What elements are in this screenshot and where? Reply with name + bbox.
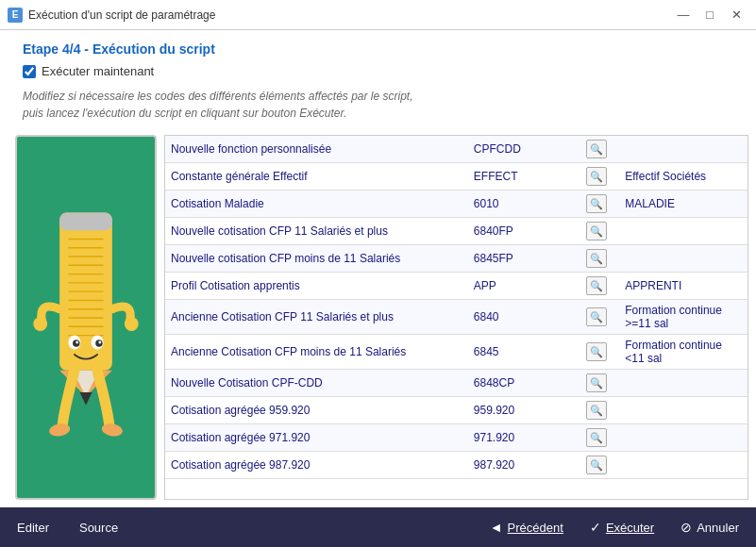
search-button[interactable]: 🔍 [586, 167, 607, 186]
row-code: 6848CP [468, 370, 573, 397]
table-row: Cotisation agrégée 971.920971.920🔍 [165, 424, 748, 452]
svg-rect-1 [59, 212, 112, 230]
svg-point-24 [125, 317, 139, 331]
table-row: Nouvelle fonction personnaliséeCPFCDD🔍 [165, 136, 748, 163]
content-area: Nouvelle fonction personnaliséeCPFCDD🔍Co… [0, 135, 756, 507]
row-name: APPRENTI [619, 273, 748, 300]
title-bar-left: E Exécution d'un script de paramétrage [8, 8, 215, 23]
row-label: Ancienne Cotisation CFP 11 Salariés et p… [165, 300, 468, 335]
pencil-illustration [25, 195, 147, 440]
search-button[interactable]: 🔍 [586, 342, 607, 361]
table-row: Nouvelle Cotisation CPF-CDD6848CP🔍 [165, 370, 748, 397]
row-name [619, 245, 748, 273]
precedent-icon: ◄ [490, 520, 503, 535]
pencil-image-area [15, 135, 157, 500]
maximize-button[interactable]: □ [697, 6, 722, 25]
search-button[interactable]: 🔍 [586, 428, 607, 447]
row-code: 6010 [468, 191, 573, 218]
executer-label: Exécuter [606, 521, 654, 535]
table-row: Nouvelle cotisation CFP 11 Salariés et p… [165, 218, 748, 245]
toolbar-left: Editer Source [11, 517, 124, 539]
params-table: Nouvelle fonction personnaliséeCPFCDD🔍Co… [165, 136, 748, 479]
search-button[interactable]: 🔍 [586, 401, 607, 420]
row-label: Nouvelle cotisation CFP 11 Salariés et p… [165, 218, 468, 245]
table-row: Profil Cotisation apprentisAPP🔍APPRENTI [165, 273, 748, 300]
row-name: Effectif Sociétés [619, 163, 748, 191]
row-code: CPFCDD [468, 136, 573, 163]
row-code: 987.920 [468, 452, 573, 479]
table-row: Cotisation agrégée 959.920959.920🔍 [165, 397, 748, 424]
row-code: 971.920 [468, 424, 573, 452]
row-label: Cotisation agrégée 987.920 [165, 452, 468, 479]
search-button[interactable]: 🔍 [586, 249, 607, 268]
row-action: 🔍 [573, 245, 619, 273]
table-row: Ancienne Cotisation CFP moins de 11 Sala… [165, 335, 748, 370]
title-bar-controls: — □ ✕ [671, 6, 748, 25]
search-button[interactable]: 🔍 [586, 307, 607, 326]
row-code: APP [468, 273, 573, 300]
row-action: 🔍 [573, 300, 619, 335]
source-label: Source [79, 521, 118, 535]
row-action: 🔍 [573, 136, 619, 163]
executer-icon: ✓ [590, 520, 601, 535]
svg-point-23 [33, 317, 47, 331]
table-row: Nouvelle cotisation CFP moins de 11 Sala… [165, 245, 748, 273]
row-label: Nouvelle cotisation CFP moins de 11 Sala… [165, 245, 468, 273]
table-row: Cotisation Maladie6010🔍MALADIE [165, 191, 748, 218]
editer-button[interactable]: Editer [11, 517, 55, 539]
row-label: Nouvelle Cotisation CPF-CDD [165, 370, 468, 397]
row-action: 🔍 [573, 273, 619, 300]
execute-now-row: Exécuter maintenant [23, 64, 733, 78]
search-button[interactable]: 🔍 [586, 456, 607, 474]
close-button[interactable]: ✕ [724, 6, 748, 25]
main-content: Etape 4/4 - Exécution du script Exécuter… [0, 30, 756, 507]
row-action: 🔍 [573, 397, 619, 424]
row-code: 6840 [468, 300, 573, 335]
row-action: 🔍 [573, 370, 619, 397]
row-name [619, 136, 748, 163]
row-action: 🔍 [573, 424, 619, 452]
executer-button[interactable]: ✓ Exécuter [584, 516, 660, 539]
row-label: Cotisation agrégée 971.920 [165, 424, 468, 452]
svg-marker-16 [80, 391, 92, 405]
search-button[interactable]: 🔍 [586, 222, 607, 240]
annuler-label: Annuler [697, 521, 739, 535]
row-label: Ancienne Cotisation CFP moins de 11 Sala… [165, 335, 468, 370]
source-button[interactable]: Source [74, 517, 124, 539]
row-label: Constante générale Effectif [165, 163, 468, 191]
search-button[interactable]: 🔍 [586, 373, 607, 392]
row-name [619, 452, 748, 479]
svg-point-22 [98, 340, 101, 343]
row-name [619, 370, 748, 397]
editer-label: Editer [17, 521, 49, 535]
title-bar: E Exécution d'un script de paramétrage —… [0, 0, 756, 30]
table-row: Constante générale EffectifEFFECT🔍Effect… [165, 163, 748, 191]
app-icon: E [8, 8, 23, 23]
row-code: 6845FP [468, 245, 573, 273]
execute-now-checkbox[interactable] [23, 65, 36, 78]
table-row: Cotisation agrégée 987.920987.920🔍 [165, 452, 748, 479]
search-button[interactable]: 🔍 [586, 194, 607, 213]
row-label: Nouvelle fonction personnalisée [165, 136, 468, 163]
row-name [619, 424, 748, 452]
row-code: 959.920 [468, 397, 573, 424]
row-action: 🔍 [573, 218, 619, 245]
row-label: Profil Cotisation apprentis [165, 273, 468, 300]
annuler-icon: ⊘ [680, 520, 692, 535]
bottom-toolbar: Editer Source ◄ Précédent ✓ Exécuter ⊘ A… [0, 507, 756, 547]
minimize-button[interactable]: — [671, 6, 696, 25]
row-action: 🔍 [573, 452, 619, 479]
search-button[interactable]: 🔍 [586, 276, 607, 295]
row-name: Formation continue >=11 sal [619, 300, 748, 335]
execute-now-label: Exécuter maintenant [42, 64, 154, 78]
precedent-label: Précédent [508, 521, 563, 535]
search-button[interactable]: 🔍 [586, 140, 607, 158]
row-label: Cotisation Maladie [165, 191, 468, 218]
instruction-text: Modifiez si nécessaire les codes des dif… [23, 88, 733, 122]
row-name: MALADIE [619, 191, 748, 218]
precedent-button[interactable]: ◄ Précédent [484, 516, 569, 539]
row-code: EFFECT [468, 163, 573, 191]
toolbar-right: ◄ Précédent ✓ Exécuter ⊘ Annuler [484, 516, 745, 539]
annuler-button[interactable]: ⊘ Annuler [675, 516, 745, 539]
row-label: Cotisation agrégée 959.920 [165, 397, 468, 424]
